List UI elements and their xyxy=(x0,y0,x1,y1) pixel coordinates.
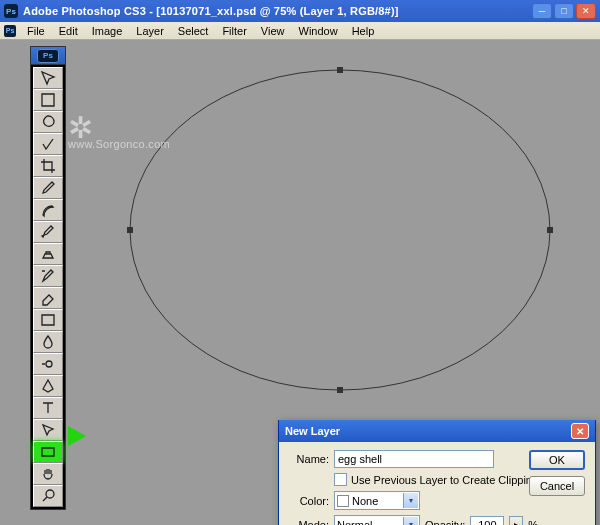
quick-select-tool[interactable] xyxy=(33,133,63,155)
maximize-button[interactable]: □ xyxy=(554,3,574,19)
svg-rect-4 xyxy=(547,227,553,233)
mode-select[interactable]: Normal ▾ xyxy=(334,515,420,525)
menu-bar: Ps File Edit Image Layer Select Filter V… xyxy=(0,22,600,40)
opacity-unit: % xyxy=(528,519,538,526)
menu-image[interactable]: Image xyxy=(85,23,130,39)
mode-label: Mode: xyxy=(289,519,329,526)
pen-tool[interactable] xyxy=(33,375,63,397)
menu-edit[interactable]: Edit xyxy=(52,23,85,39)
title-text: Adobe Photoshop CS3 - [10137071_xxl.psd … xyxy=(23,5,530,17)
history-brush-tool[interactable] xyxy=(33,265,63,287)
brush-tool[interactable] xyxy=(33,221,63,243)
highlight-arrow-icon xyxy=(68,426,86,446)
dialog-close-button[interactable]: ✕ xyxy=(571,423,589,439)
svg-rect-3 xyxy=(127,227,133,233)
dropdown-arrow-icon: ▾ xyxy=(403,493,418,508)
new-layer-dialog: New Layer ✕ OK Cancel Name: Use Previous… xyxy=(278,420,596,525)
svg-rect-2 xyxy=(337,387,343,393)
crop-tool[interactable] xyxy=(33,155,63,177)
shape-tool[interactable] xyxy=(33,441,63,463)
ok-button[interactable]: OK xyxy=(529,450,585,470)
layer-name-input[interactable] xyxy=(334,450,494,468)
color-swatch-icon xyxy=(337,495,349,507)
menu-filter[interactable]: Filter xyxy=(215,23,253,39)
clone-stamp-tool[interactable] xyxy=(33,243,63,265)
lasso-tool[interactable] xyxy=(33,111,63,133)
color-label: Color: xyxy=(289,495,329,507)
close-button[interactable]: ✕ xyxy=(576,3,596,19)
marquee-tool[interactable] xyxy=(33,89,63,111)
watermark: ✲ www.Sorgonco.com xyxy=(68,118,170,150)
tools-panel-header[interactable]: Ps xyxy=(31,47,65,65)
clipping-mask-checkbox[interactable] xyxy=(334,473,347,486)
dialog-titlebar[interactable]: New Layer ✕ xyxy=(279,420,595,442)
dropdown-arrow-icon: ▾ xyxy=(403,517,418,525)
hand-tool[interactable] xyxy=(33,463,63,485)
tools-panel: Ps xyxy=(30,46,66,510)
mode-value: Normal xyxy=(337,519,372,526)
ps-app-icon: Ps xyxy=(4,4,18,18)
opacity-label: Opacity: xyxy=(425,519,465,526)
dialog-title: New Layer xyxy=(285,425,571,437)
ps-badge-icon: Ps xyxy=(37,49,59,63)
gradient-tool[interactable] xyxy=(33,309,63,331)
menu-select[interactable]: Select xyxy=(171,23,216,39)
menu-file[interactable]: File xyxy=(20,23,52,39)
path-select-tool[interactable] xyxy=(33,419,63,441)
opacity-input[interactable] xyxy=(470,516,504,526)
eraser-tool[interactable] xyxy=(33,287,63,309)
zoom-tool[interactable] xyxy=(33,485,63,507)
opacity-flyout-button[interactable]: ▸ xyxy=(509,516,523,526)
type-tool[interactable] xyxy=(33,397,63,419)
color-value: None xyxy=(352,495,378,507)
watermark-logo-icon: ✲ xyxy=(68,118,170,138)
ps-menu-icon: Ps xyxy=(4,25,16,37)
name-label: Name: xyxy=(289,453,329,465)
menu-view[interactable]: View xyxy=(254,23,292,39)
cancel-button[interactable]: Cancel xyxy=(529,476,585,496)
move-tool[interactable] xyxy=(33,67,63,89)
minimize-button[interactable]: ─ xyxy=(532,3,552,19)
menu-help[interactable]: Help xyxy=(345,23,382,39)
dodge-tool[interactable] xyxy=(33,353,63,375)
menu-window[interactable]: Window xyxy=(292,23,345,39)
eyedropper-tool[interactable] xyxy=(33,177,63,199)
blur-tool[interactable] xyxy=(33,331,63,353)
menu-layer[interactable]: Layer xyxy=(129,23,171,39)
watermark-text: www.Sorgonco.com xyxy=(68,138,170,150)
svg-point-0 xyxy=(130,70,550,390)
svg-rect-1 xyxy=(337,67,343,73)
ellipse-shape-path[interactable] xyxy=(120,60,560,400)
healing-brush-tool[interactable] xyxy=(33,199,63,221)
color-select[interactable]: None ▾ xyxy=(334,491,420,510)
app-titlebar: Ps Adobe Photoshop CS3 - [10137071_xxl.p… xyxy=(0,0,600,22)
